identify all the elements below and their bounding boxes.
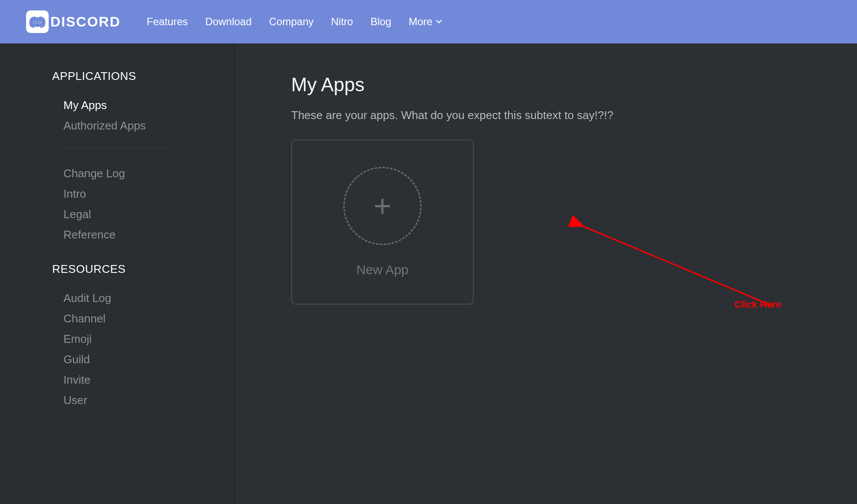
nav-label: Blog (370, 16, 391, 28)
nav-more[interactable]: More (409, 16, 442, 28)
sidebar-item-label: Intro (63, 187, 86, 200)
sidebar-section-resources: RESOURCES Audit Log Channel Emoji Guild … (52, 262, 234, 411)
sidebar-item-emoji[interactable]: Emoji (63, 329, 234, 349)
nav-label: More (409, 16, 432, 28)
sidebar-item-audit-log[interactable]: Audit Log (63, 288, 234, 308)
sidebar-item-my-apps[interactable]: My Apps (63, 95, 234, 116)
discord-icon (26, 10, 49, 33)
sidebar-item-label: Authorized Apps (63, 119, 146, 132)
discord-logo[interactable]: DISCORD (26, 10, 121, 33)
nav-links: Features Download Company Nitro Blog Mor… (147, 16, 442, 28)
sidebar-header-applications: APPLICATIONS (52, 70, 234, 83)
sidebar-item-label: Change Log (63, 167, 125, 180)
nav-label: Company (269, 16, 314, 28)
new-app-circle: + (343, 167, 422, 245)
nav-label: Nitro (331, 16, 353, 28)
sidebar-item-intro[interactable]: Intro (63, 184, 234, 204)
sidebar-item-label: Audit Log (63, 292, 111, 305)
nav-label: Features (147, 16, 188, 28)
sidebar-section-applications: APPLICATIONS My Apps Authorized Apps Cha… (52, 70, 234, 245)
sidebar: APPLICATIONS My Apps Authorized Apps Cha… (0, 43, 235, 504)
sidebar-item-label: Emoji (63, 332, 92, 345)
sidebar-item-authorized-apps[interactable]: Authorized Apps (63, 116, 234, 136)
sidebar-item-change-log[interactable]: Change Log (63, 163, 234, 184)
sidebar-item-reference[interactable]: Reference (63, 225, 234, 245)
svg-point-4 (34, 21, 36, 24)
sidebar-item-label: Guild (63, 353, 90, 366)
svg-line-7 (582, 226, 774, 306)
sidebar-item-guild[interactable]: Guild (63, 349, 234, 370)
page-title: My Apps (291, 74, 857, 96)
sidebar-item-user[interactable]: User (63, 390, 234, 411)
sidebar-item-label: Channel (63, 312, 106, 325)
brand-name: DISCORD (50, 14, 121, 30)
sidebar-item-label: Legal (63, 208, 91, 221)
chevron-down-icon (436, 19, 442, 25)
sidebar-item-invite[interactable]: Invite (63, 370, 234, 390)
sidebar-item-label: User (63, 394, 87, 407)
content-shell: APPLICATIONS My Apps Authorized Apps Cha… (0, 43, 857, 504)
plus-icon: + (374, 191, 392, 221)
svg-point-5 (39, 21, 41, 24)
sidebar-item-legal[interactable]: Legal (63, 204, 234, 225)
sidebar-item-label: Invite (63, 373, 90, 386)
sidebar-header-resources: RESOURCES (52, 262, 234, 276)
nav-label: Download (205, 16, 252, 28)
top-nav: DISCORD Features Download Company Nitro … (0, 0, 857, 43)
sidebar-item-label: Reference (63, 228, 116, 241)
page-subtext: These are your apps. What do you expect … (291, 109, 857, 122)
new-app-card[interactable]: + New App (291, 139, 474, 305)
nav-features[interactable]: Features (147, 16, 188, 28)
sidebar-item-channel[interactable]: Channel (63, 308, 234, 329)
sidebar-item-label: My Apps (63, 99, 107, 112)
nav-blog[interactable]: Blog (370, 16, 391, 28)
nav-nitro[interactable]: Nitro (331, 16, 353, 28)
main-content: My Apps These are your apps. What do you… (235, 43, 857, 504)
new-app-label: New App (356, 262, 409, 277)
nav-download[interactable]: Download (205, 16, 252, 28)
nav-company[interactable]: Company (269, 16, 314, 28)
sidebar-divider (63, 148, 172, 149)
annotation-text: Click Here (734, 299, 781, 310)
